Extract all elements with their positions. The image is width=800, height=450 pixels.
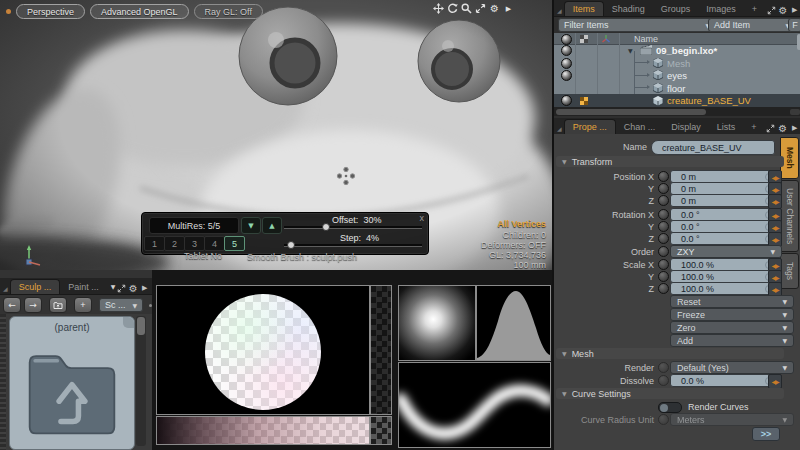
- ray-gl-button[interactable]: Ray GL: Off: [194, 4, 263, 19]
- tab-paint[interactable]: Paint ...: [60, 280, 107, 294]
- forward-button[interactable]: →: [24, 297, 42, 313]
- panel-maximize-icon[interactable]: [116, 282, 127, 294]
- name-column-header[interactable]: Name: [634, 34, 658, 44]
- tab-shading[interactable]: Shading: [604, 2, 653, 16]
- 3d-viewport[interactable]: Perspective Advanced OpenGL Ray GL: Off …: [0, 0, 552, 272]
- multires-field[interactable]: MultiRes: 5/5: [149, 217, 239, 234]
- gradient-ramp-preview[interactable]: [156, 416, 370, 445]
- render-curves-toggle[interactable]: [658, 402, 682, 413]
- tab-dropdown-icon[interactable]: ▼: [111, 283, 116, 290]
- header-texture-icon[interactable]: [580, 35, 588, 43]
- reset-dropdown[interactable]: Reset▼: [670, 295, 794, 308]
- preset-vscrollbar-thumb[interactable]: [137, 317, 145, 335]
- panel-more-icon[interactable]: ▶: [139, 282, 150, 294]
- channel-toggle[interactable]: [658, 233, 669, 244]
- channel-toggle[interactable]: [658, 271, 669, 282]
- order-dropdown[interactable]: ZXY▼: [670, 245, 782, 258]
- tab-properties[interactable]: Prope ...: [564, 119, 616, 134]
- tab-lists[interactable]: Lists: [709, 120, 744, 134]
- hscroll-end-button[interactable]: [790, 109, 800, 115]
- mesh-section-header[interactable]: ▼Mesh: [556, 348, 784, 359]
- channel-toggle[interactable]: [658, 259, 669, 270]
- position-z-field[interactable]: 0 m: [670, 194, 778, 207]
- level-2-button[interactable]: 2: [164, 236, 185, 251]
- orbit-icon[interactable]: [446, 2, 459, 15]
- tab-sculpt[interactable]: Sculp ...: [10, 279, 61, 294]
- visibility-eye-icon[interactable]: [561, 45, 572, 56]
- f-button[interactable]: F: [788, 18, 800, 32]
- disclosure-triangle-icon[interactable]: ▼: [628, 47, 633, 54]
- stepper[interactable]: ◀▶: [768, 374, 782, 389]
- pan-icon[interactable]: [432, 2, 445, 15]
- scale-z-field[interactable]: 100.0 %: [670, 282, 778, 295]
- level-3-button[interactable]: 3: [184, 236, 205, 251]
- tab-display[interactable]: Display: [663, 120, 709, 134]
- add-dropdown[interactable]: Add▼: [670, 334, 794, 347]
- rotation-z-field[interactable]: 0.0 °: [670, 232, 778, 245]
- perspective-button[interactable]: Perspective: [16, 4, 85, 19]
- side-tab-tags[interactable]: Tags: [780, 253, 799, 289]
- level-1-button[interactable]: 1: [144, 236, 165, 251]
- panel-corner-icon[interactable]: ◢: [3, 285, 8, 292]
- gradient-end-swatch[interactable]: [370, 416, 392, 445]
- item-list-hscrollbar[interactable]: [554, 107, 800, 116]
- folder-up-button[interactable]: [49, 297, 67, 313]
- panel-corner-icon[interactable]: ◢: [557, 7, 562, 14]
- level-4-button[interactable]: 4: [204, 236, 225, 251]
- panel-grip[interactable]: [0, 314, 6, 450]
- render-dropdown[interactable]: Default (Yes)▼: [670, 361, 794, 374]
- viewport-gear-icon[interactable]: ⚙: [488, 2, 501, 15]
- visibility-eye-icon[interactable]: [561, 70, 572, 81]
- maximize-icon[interactable]: [474, 2, 487, 15]
- zoom-icon[interactable]: [460, 2, 473, 15]
- channel-toggle[interactable]: [658, 362, 669, 373]
- tab-groups[interactable]: Groups: [653, 2, 699, 16]
- panel-gear-icon[interactable]: ⚙: [128, 282, 139, 294]
- more-options-button[interactable]: >>: [752, 427, 780, 441]
- curve-settings-section-header[interactable]: ▼Curve Settings: [556, 388, 784, 399]
- tab-channels[interactable]: Chan ...: [616, 120, 664, 134]
- curve-radius-unit-dropdown[interactable]: Meters▼: [670, 413, 794, 426]
- item-row-floor[interactable]: floor: [554, 82, 800, 94]
- offset-slider-thumb[interactable]: [322, 223, 330, 231]
- panel-more-icon[interactable]: ▶: [789, 4, 800, 16]
- zero-dropdown[interactable]: Zero▼: [670, 321, 794, 334]
- multires-down-button[interactable]: ▼: [241, 217, 261, 234]
- header-axis-icon[interactable]: [601, 34, 611, 44]
- tab-add[interactable]: +: [744, 2, 765, 16]
- advanced-opengl-button[interactable]: Advanced OpenGL: [90, 4, 189, 19]
- brush-falloff-dot-preview[interactable]: [398, 285, 476, 361]
- panel-maximize-icon[interactable]: [765, 122, 776, 134]
- channel-toggle[interactable]: [658, 183, 669, 194]
- channel-toggle[interactable]: [658, 209, 669, 220]
- back-button[interactable]: ←: [3, 297, 21, 313]
- add-preset-button[interactable]: +: [74, 297, 92, 313]
- parent-folder-card[interactable]: (parent): [9, 316, 135, 450]
- transform-section-header[interactable]: ▼Transform: [556, 156, 784, 167]
- panel-maximize-icon[interactable]: [766, 4, 777, 16]
- step-slider[interactable]: [284, 244, 422, 247]
- side-tab-user-channels[interactable]: User Channels: [780, 180, 799, 252]
- brush-stroke-preview[interactable]: [398, 362, 551, 448]
- stepper[interactable]: ◀▶: [768, 194, 782, 209]
- channel-toggle[interactable]: [658, 414, 669, 425]
- panel-gear-icon[interactable]: ⚙: [777, 122, 788, 134]
- dissolve-field[interactable]: 0.0 %: [670, 374, 778, 387]
- hud-close-button[interactable]: x: [420, 213, 425, 223]
- item-row-creature-selected[interactable]: creature_BASE_UV: [554, 94, 800, 107]
- item-row-eyes[interactable]: eyes: [554, 69, 800, 81]
- channel-toggle[interactable]: [658, 221, 669, 232]
- add-item-dropdown[interactable]: Add Item▼: [708, 18, 796, 32]
- viewport-expand-icon[interactable]: ▶: [502, 2, 515, 15]
- panel-gear-icon[interactable]: ⚙: [778, 4, 789, 16]
- panel-more-icon[interactable]: ▶: [789, 122, 800, 134]
- filter-items-dropdown[interactable]: Filter Items▼: [558, 18, 716, 32]
- multires-up-button[interactable]: ▲: [262, 217, 282, 234]
- preset-vscrollbar[interactable]: [136, 316, 146, 446]
- tab-add[interactable]: +: [743, 120, 764, 134]
- panel-corner-icon[interactable]: ◢: [557, 125, 562, 132]
- channel-toggle[interactable]: [658, 195, 669, 206]
- hscroll-thumb[interactable]: [556, 109, 706, 115]
- item-row-scene[interactable]: ▼ 09_begin.lxo*: [554, 44, 800, 56]
- tab-items[interactable]: Items: [564, 1, 604, 16]
